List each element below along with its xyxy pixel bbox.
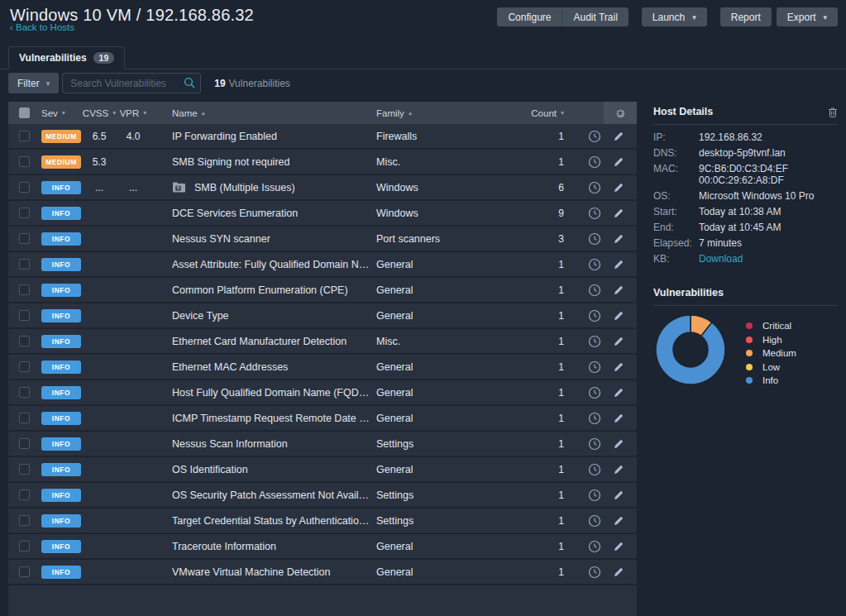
row-checkbox[interactable] <box>19 361 30 372</box>
table-row[interactable]: INFOCommon Platform Enumeration (CPE)Gen… <box>8 278 637 303</box>
pencil-icon[interactable] <box>613 208 624 219</box>
clock-icon[interactable] <box>588 540 601 553</box>
count-value: 3 <box>558 233 564 245</box>
table-row[interactable]: INFOAsset Attribute: Fully Qualified Dom… <box>8 252 637 278</box>
table-row[interactable]: INFOICMP Timestamp Request Remote Date D… <box>8 406 637 432</box>
host-detail-value: 00:0C:29:62:A8:DF <box>699 174 784 186</box>
pencil-icon[interactable] <box>613 566 624 578</box>
pencil-icon[interactable] <box>613 233 624 245</box>
pencil-icon[interactable] <box>613 156 624 168</box>
column-header-sev[interactable]: Sev▾ <box>35 102 83 124</box>
clock-icon[interactable] <box>588 386 601 399</box>
report-button[interactable]: Report <box>720 7 772 26</box>
search-input[interactable] <box>62 73 201 93</box>
pencil-icon[interactable] <box>613 336 624 347</box>
table-row[interactable]: MEDIUM6.54.0IP Forwarding EnabledFirewal… <box>8 124 637 150</box>
configure-button[interactable]: Configure <box>497 7 562 26</box>
pencil-icon[interactable] <box>613 438 624 450</box>
table-row[interactable]: INFOOS Security Patch Assessment Not Ava… <box>8 483 637 509</box>
table-row[interactable]: MEDIUM5.3SMB Signing not requiredMisc.1 <box>8 150 637 175</box>
column-header-name[interactable]: Name▴ <box>151 102 370 124</box>
table-row[interactable]: INFONessus SYN scannerPort scanners3 <box>8 227 637 252</box>
back-to-hosts-link[interactable]: ‹ Back to Hosts <box>10 22 74 32</box>
table-row[interactable]: INFOOS IdentificationGeneral1 <box>8 457 637 483</box>
trash-icon[interactable] <box>828 107 838 117</box>
pencil-icon[interactable] <box>613 361 624 373</box>
clock-icon[interactable] <box>588 284 601 297</box>
row-checkbox[interactable] <box>19 233 30 244</box>
export-button[interactable]: Export▾ <box>777 7 838 26</box>
pencil-icon[interactable] <box>613 464 624 475</box>
row-checkbox[interactable] <box>19 310 30 321</box>
filter-button[interactable]: Filter ▾ <box>8 73 59 93</box>
row-checkbox[interactable] <box>19 182 30 193</box>
row-checkbox[interactable] <box>19 566 30 577</box>
column-header-family[interactable]: Family▴ <box>370 102 531 124</box>
row-checkbox[interactable] <box>19 413 30 423</box>
table-settings-button[interactable] <box>604 102 637 124</box>
column-header-cvss[interactable]: CVSS▾ <box>83 102 116 124</box>
vulnerability-name: Common Platform Enumeration (CPE) <box>172 284 348 296</box>
pencil-icon[interactable] <box>613 515 624 527</box>
column-header-count[interactable]: Count▾ <box>531 102 564 124</box>
row-checkbox[interactable] <box>19 208 30 218</box>
table-row[interactable]: INFO......5SMB (Multiple Issues)Windows6 <box>8 175 637 201</box>
table-row[interactable]: INFODCE Services EnumerationWindows9 <box>8 201 637 227</box>
clock-icon[interactable] <box>588 155 601 169</box>
pencil-icon[interactable] <box>613 284 624 296</box>
pencil-icon[interactable] <box>613 413 624 424</box>
row-checkbox[interactable] <box>19 259 30 270</box>
clock-icon[interactable] <box>588 489 601 502</box>
audit-trail-button[interactable]: Audit Trail <box>562 7 628 26</box>
clock-icon[interactable] <box>588 232 601 246</box>
pencil-icon[interactable] <box>613 259 624 270</box>
table-row[interactable]: INFOHost Fully Qualified Domain Name (FQ… <box>8 380 637 406</box>
table-row[interactable]: INFONessus Scan InformationSettings1 <box>8 432 637 457</box>
row-checkbox[interactable] <box>19 515 30 526</box>
pencil-icon[interactable] <box>613 387 624 399</box>
row-checkbox[interactable] <box>19 284 30 295</box>
clock-icon[interactable] <box>588 463 601 476</box>
table-row[interactable]: INFOTarget Credential Status by Authenti… <box>8 509 637 534</box>
launch-button[interactable]: Launch▾ <box>642 7 707 26</box>
select-all-checkbox[interactable] <box>19 107 30 118</box>
table-row[interactable]: INFOTraceroute InformationGeneral1 <box>8 534 637 560</box>
column-header-vpr[interactable]: VPR▾ <box>116 102 151 124</box>
clock-icon[interactable] <box>588 412 601 425</box>
clock-icon[interactable] <box>588 130 601 143</box>
vulnerability-name: DCE Services Enumeration <box>172 208 298 219</box>
pencil-icon[interactable] <box>613 182 624 193</box>
kb-download-link[interactable]: Download <box>699 253 743 265</box>
search-icon[interactable] <box>184 77 195 88</box>
vulnerabilities-count-badge: 19 <box>93 52 115 64</box>
pencil-icon[interactable] <box>613 489 624 501</box>
row-checkbox[interactable] <box>19 131 30 141</box>
clock-icon[interactable] <box>588 335 601 348</box>
clock-icon[interactable] <box>588 309 601 322</box>
pencil-icon[interactable] <box>613 541 624 552</box>
row-checkbox[interactable] <box>19 438 30 449</box>
header-buttons: Configure Audit Trail Launch▾ Report Exp… <box>497 7 838 26</box>
pencil-icon[interactable] <box>613 310 624 322</box>
row-checkbox[interactable] <box>19 489 30 500</box>
row-checkbox[interactable] <box>19 336 30 346</box>
row-checkbox[interactable] <box>19 156 30 167</box>
clock-icon[interactable] <box>588 258 601 271</box>
table-row[interactable]: INFOVMware Virtual Machine DetectionGene… <box>8 560 637 585</box>
table-row[interactable]: INFOEthernet Card Manufacturer Detection… <box>8 329 637 355</box>
clock-icon[interactable] <box>588 361 601 374</box>
clock-icon[interactable] <box>588 207 601 220</box>
row-checkbox[interactable] <box>19 387 30 398</box>
table-row[interactable]: INFODevice TypeGeneral1 <box>8 303 637 329</box>
table-row[interactable]: INFOEthernet MAC AddressesGeneral1 <box>8 355 637 380</box>
tab-vulnerabilities[interactable]: Vulnerabilities 19 <box>8 46 125 69</box>
row-checkbox[interactable] <box>19 464 30 475</box>
clock-icon[interactable] <box>588 437 601 451</box>
count-value: 1 <box>558 387 564 399</box>
clock-icon[interactable] <box>588 181 601 194</box>
clock-icon[interactable] <box>588 566 601 579</box>
clock-icon[interactable] <box>588 514 601 528</box>
cvss-value: 6.5 <box>93 131 107 142</box>
pencil-icon[interactable] <box>613 131 624 142</box>
row-checkbox[interactable] <box>19 541 30 552</box>
